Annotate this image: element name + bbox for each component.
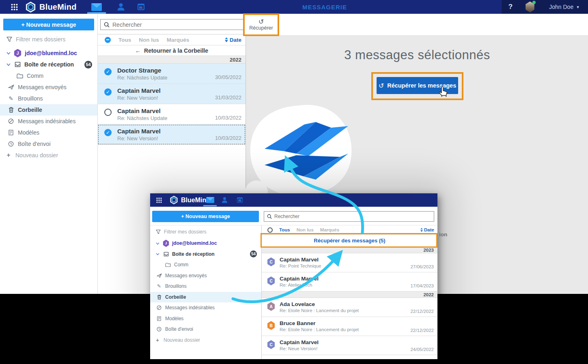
person-icon <box>116 2 125 11</box>
inset-apps-grid-icon[interactable] <box>153 193 165 207</box>
inset-folder-sidebar: Filtrer mes dossiers J jdoe@bluemind.loc… <box>150 225 262 359</box>
search-box <box>100 19 243 30</box>
sidebar-item-junk[interactable]: Messages indésirables <box>0 116 97 127</box>
inset-sidebar-item-comm[interactable]: Comm <box>150 259 261 270</box>
sort-by-date[interactable]: Date <box>420 227 434 232</box>
folder-label: Messages envoyés <box>165 273 207 278</box>
inset-message-row[interactable]: C Captain Marvel Re: Atelier Tech 17/04/… <box>262 272 437 291</box>
recover-toolbar-button[interactable]: ↺ Récupérer <box>243 13 279 36</box>
inset-sidebar-item-account[interactable]: J jdoe@bluemind.loc <box>150 238 261 249</box>
inset-message-row[interactable]: B Bruce Banner Re: Etoile Noire : Lancem… <box>262 317 437 336</box>
person-icon <box>221 197 228 203</box>
message-row[interactable]: ✓ Doctor Strange Re: Nächstes Update 30/… <box>98 64 246 84</box>
message-sender: Ada Lovelace <box>280 301 437 308</box>
search-input[interactable] <box>112 21 240 28</box>
bluemind-hexagon-icon <box>25 2 36 13</box>
checked-circle-icon[interactable]: ✓ <box>104 129 112 136</box>
sidebar-item-outbox[interactable]: Boîte d'envoi <box>0 138 97 150</box>
inset-sidebar-item-drafts[interactable]: ✎ Brouillons <box>150 281 261 292</box>
sender-avatar: C <box>267 257 275 266</box>
chevron-down-icon <box>156 241 160 246</box>
help-button[interactable]: ? <box>504 0 517 14</box>
sidebar-item-inbox[interactable]: Boîte de réception 54 <box>0 59 97 70</box>
bluemind-logo[interactable]: BlueMind <box>25 0 77 14</box>
message-sender: Captain Marvel <box>280 256 437 263</box>
trash-icon <box>156 295 162 300</box>
new-folder-button[interactable]: + Nouveau dossier <box>0 150 97 161</box>
folder-icon <box>16 73 24 79</box>
message-sender: Captain Marvel <box>117 127 246 135</box>
select-all-checkbox[interactable] <box>105 37 111 43</box>
inset-calendar-app-icon[interactable]: 31 <box>234 193 246 207</box>
sort-icon <box>225 37 228 42</box>
plus-icon: + <box>5 152 12 159</box>
year-label: 2022 <box>230 57 241 63</box>
contacts-app-icon[interactable] <box>113 0 129 14</box>
select-all-checkbox[interactable] <box>267 227 273 233</box>
inset-message-row[interactable]: A Ada Lovelace Re: Etoile Noire : Lancem… <box>262 298 437 317</box>
message-date: 17/04/2023 <box>410 283 434 288</box>
inset-message-list-panel: Tous Non lus Marqués Date Récupérer des … <box>262 225 437 359</box>
inset-contacts-app-icon[interactable] <box>218 193 230 207</box>
template-icon <box>156 316 162 321</box>
user-menu[interactable]: John Doe ▾ <box>544 0 584 14</box>
inset-message-row[interactable]: C Captain Marvel Re: Neue Version! 24/05… <box>262 336 437 355</box>
inset-message-row[interactable]: C Captain Marvel Re: Point Technique 27/… <box>262 253 437 272</box>
inset-sidebar-item-sent[interactable]: Messages envoyés <box>150 270 261 281</box>
tab-flagged[interactable]: Marqués <box>167 37 190 43</box>
calendar-day: 31 <box>139 6 143 9</box>
unchecked-circle-icon[interactable] <box>104 109 112 116</box>
folder-label: Messages indésirables <box>165 305 215 310</box>
message-date: 22/12/2022 <box>410 328 434 333</box>
inset-new-folder-button[interactable]: + Nouveau dossier <box>150 335 261 346</box>
unread-badge: 54 <box>250 251 257 257</box>
tab-unread[interactable]: Non lus <box>297 227 314 232</box>
inbox-label: Boîte de réception <box>172 251 215 257</box>
inset-search-input[interactable] <box>274 214 431 219</box>
pencil-icon: ✎ <box>156 283 162 289</box>
checked-circle-icon[interactable]: ✓ <box>104 68 112 75</box>
inset-message-row-partial[interactable] <box>262 355 437 359</box>
calendar-icon: 31 <box>237 197 243 203</box>
message-row[interactable]: Captain Marvel Re: Nächstes Update 10/03… <box>98 104 246 124</box>
grid-dots-icon <box>156 197 162 203</box>
inset-sidebar-item-outbox[interactable]: Boîte d'envoi <box>150 324 261 335</box>
calendar-app-icon[interactable]: 31 <box>133 0 149 14</box>
filter-folders[interactable]: Filtrer mes dossiers <box>0 34 97 45</box>
inset-sidebar-item-templates[interactable]: Modèles <box>150 313 261 324</box>
message-row[interactable]: ✓ Captain Marvel Re: New Version! 10/03/… <box>98 124 246 145</box>
sidebar-item-trash[interactable]: Corbeille <box>0 104 97 116</box>
sidebar-item-comm[interactable]: Comm <box>0 70 97 81</box>
search-icon <box>104 22 110 28</box>
user-avatar[interactable] <box>523 0 537 14</box>
message-sender: Captain Marvel <box>117 107 246 115</box>
new-message-button[interactable]: + Nouveau message <box>3 19 94 30</box>
sort-icon <box>420 228 423 232</box>
mail-app-icon[interactable] <box>87 0 106 14</box>
inset-sidebar-item-trash[interactable]: Corbeille <box>150 292 261 303</box>
inset-filter-folders[interactable]: Filtrer mes dossiers <box>150 225 261 238</box>
tab-flagged[interactable]: Marqués <box>320 227 339 232</box>
recover-messages-button[interactable]: ↺ Récupérer les messages <box>377 77 458 94</box>
chevron-down-icon: ▾ <box>577 4 579 10</box>
sidebar-item-sent[interactable]: Messages envoyés <box>0 81 97 93</box>
inset-new-message-button[interactable]: + Nouveau message <box>152 211 259 222</box>
inset-recover-messages-row[interactable]: Récupérer des messages (5) <box>262 234 437 247</box>
tab-all[interactable]: Tous <box>279 227 290 232</box>
tab-unread[interactable]: Non lus <box>139 37 159 43</box>
folder-label: Brouillons <box>165 283 187 289</box>
inset-sidebar-item-junk[interactable]: Messages indésirables <box>150 302 261 313</box>
folder-label: Comm <box>27 73 43 79</box>
apps-grid-icon[interactable] <box>7 0 21 14</box>
sidebar-item-templates[interactable]: Modèles <box>0 127 97 138</box>
checked-circle-icon[interactable]: ✓ <box>104 88 112 96</box>
selection-title: 3 messages sélectionnés <box>246 48 588 62</box>
back-to-trash-link[interactable]: ← Retourner à la Corbeille <box>98 45 246 56</box>
sort-by-date[interactable]: Date <box>225 37 241 43</box>
sidebar-item-drafts[interactable]: ✎ Brouillons <box>0 93 97 104</box>
inset-sidebar-item-inbox[interactable]: Boîte de réception 54 <box>150 249 261 260</box>
restore-icon: ↺ <box>258 19 264 25</box>
tab-all[interactable]: Tous <box>118 37 131 43</box>
message-row[interactable]: ✓ Captain Marvel Re: New Version! 31/03/… <box>98 84 246 104</box>
sidebar-item-account[interactable]: J jdoe@bluemind.loc <box>0 47 97 59</box>
